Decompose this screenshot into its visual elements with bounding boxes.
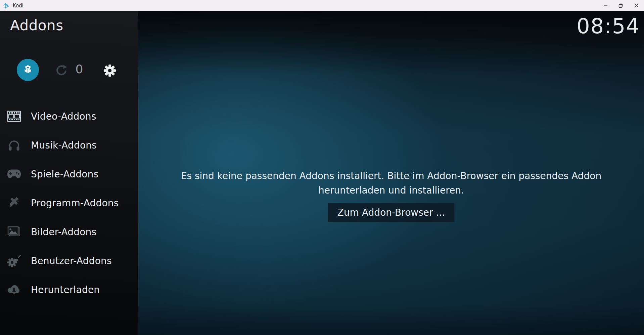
sidebar-item-label: Bilder-Addons [31,226,96,238]
close-button[interactable] [629,0,644,11]
empty-message-line2: herunterladen und installieren. [138,183,644,198]
empty-message-line1: Es sind keine passenden Addons installie… [138,169,644,183]
sidebar-item-musik-addons[interactable]: Musik-Addons [0,131,138,160]
sidebar-item-label: Spiele-Addons [31,169,98,180]
kodi-app-surface: 08:54 Addons [0,11,644,335]
headphones-icon [7,138,21,153]
minimize-button[interactable] [598,0,613,11]
pencil-ruler-icon [7,196,21,210]
gear-icon [103,64,116,77]
cloud-download-icon [7,282,21,297]
sidebar-item-label: Benutzer-Addons [31,255,112,266]
update-count: 0 [73,62,86,76]
gear-screwdriver-icon [7,253,21,268]
sidebar-item-label: Programm-Addons [31,198,119,209]
restore-button[interactable] [613,0,629,11]
sidebar-item-programm-addons[interactable]: Programm-Addons [0,189,138,217]
gamepad-icon [7,167,21,181]
addon-package-button[interactable] [17,59,39,81]
sidebar-item-benutzer-addons[interactable]: Benutzer-Addons [0,246,138,275]
clock: 08:54 [577,14,640,38]
close-icon [634,3,639,8]
window-title: Kodi [13,3,24,9]
open-box-icon [20,62,35,77]
kodi-logo-icon [3,2,10,9]
sidebar-item-spiele-addons[interactable]: Spiele-Addons [0,160,138,189]
settings-button[interactable] [103,64,116,77]
sidebar: Addons 0 [0,11,138,335]
sidebar-item-label: Herunterladen [31,284,100,295]
film-strip-icon [7,109,21,124]
page-title: Addons [10,17,63,34]
sidebar-item-herunterladen[interactable]: Herunterladen [0,275,138,304]
refresh-button[interactable] [55,65,67,77]
sidebar-item-video-addons[interactable]: Video-Addons [0,102,138,131]
sidebar-item-label: Video-Addons [31,111,96,122]
pictures-icon [7,224,21,239]
restore-icon [618,3,623,8]
sidebar-item-label: Musik-Addons [31,140,97,151]
window-titlebar[interactable]: Kodi [0,0,644,11]
sidebar-menu: Video-Addons Musik-Addons [0,102,138,304]
minimize-icon [603,3,608,8]
refresh-icon [55,65,67,77]
empty-state: Es sind keine passenden Addons installie… [138,169,644,222]
addon-browser-button[interactable]: Zum Addon-Browser ... [328,203,455,222]
sidebar-item-bilder-addons[interactable]: Bilder-Addons [0,217,138,246]
